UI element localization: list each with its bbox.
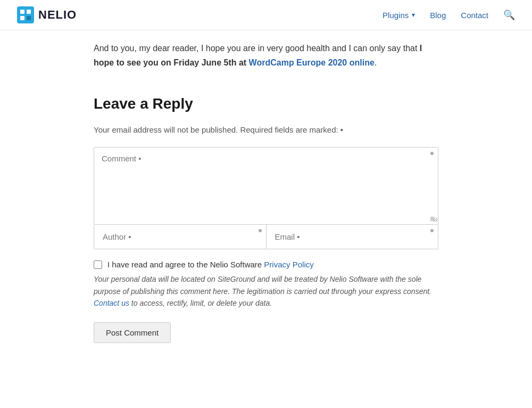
author-input-wrapper	[94, 225, 267, 249]
wordcamp-link[interactable]: WordCamp Europe 2020 online	[249, 58, 375, 67]
logo-text: NELIO	[38, 8, 77, 22]
post-comment-button[interactable]: Post Comment	[94, 322, 171, 343]
plugins-label: Plugins	[383, 11, 409, 20]
privacy-notice-end: to access, rectify, limit, or delete you…	[129, 299, 272, 307]
navbar: NELIO Plugins ▾ Blog Contact 🔍	[0, 0, 532, 30]
privacy-checkbox[interactable]	[94, 260, 102, 269]
svg-rect-3	[20, 16, 24, 20]
privacy-notice: Your personal data will be located on Si…	[94, 273, 438, 309]
svg-rect-1	[20, 10, 24, 14]
privacy-label-text: I have read and agree to the Nelio Softw…	[107, 260, 264, 269]
required-notice: Your email address will not be published…	[94, 125, 438, 134]
nav-plugins-link[interactable]: Plugins ▾	[383, 11, 415, 20]
nav-blog-link[interactable]: Blog	[430, 11, 446, 20]
logo-link[interactable]: NELIO	[17, 6, 77, 23]
privacy-notice-text: Your personal data will be located on Si…	[94, 275, 431, 295]
nav-contact-link[interactable]: Contact	[461, 11, 488, 20]
blog-label: Blog	[430, 11, 446, 20]
chevron-down-icon: ▾	[412, 11, 415, 19]
privacy-checkbox-row: I have read and agree to the Nelio Softw…	[94, 260, 438, 269]
svg-rect-0	[17, 6, 34, 23]
author-input[interactable]	[94, 225, 266, 249]
intro-end: .	[375, 58, 377, 67]
contact-label: Contact	[461, 11, 488, 20]
privacy-policy-link[interactable]: Privacy Policy	[264, 260, 313, 269]
reply-heading: Leave a Reply	[94, 95, 438, 112]
post-comment-label: Post Comment	[106, 328, 159, 337]
privacy-contact-link[interactable]: Contact us	[94, 299, 129, 307]
logo-icon	[17, 6, 34, 23]
search-icon[interactable]: 🔍	[503, 9, 515, 21]
email-input[interactable]	[267, 225, 438, 249]
comment-form: I have read and agree to the Nelio Softw…	[94, 147, 438, 342]
resize-handle	[430, 217, 435, 221]
nav-links: Plugins ▾ Blog Contact 🔍	[383, 9, 515, 21]
svg-rect-2	[27, 10, 31, 14]
email-input-wrapper	[267, 225, 438, 249]
svg-rect-4	[27, 16, 31, 20]
reply-section: Leave a Reply Your email address will no…	[94, 95, 438, 342]
author-required-indicator	[259, 229, 262, 232]
privacy-label: I have read and agree to the Nelio Softw…	[107, 260, 314, 269]
author-email-row	[94, 225, 438, 249]
comment-textarea-wrapper	[94, 147, 438, 225]
comment-textarea[interactable]	[94, 148, 438, 222]
main-content: And to you, my dear reader, I hope you a…	[85, 30, 447, 375]
intro-paragraph: And to you, my dear reader, I hope you a…	[94, 41, 438, 70]
intro-plain-text: And to you, my dear reader, I hope you a…	[94, 44, 420, 53]
privacy-section: I have read and agree to the Nelio Softw…	[94, 260, 438, 309]
